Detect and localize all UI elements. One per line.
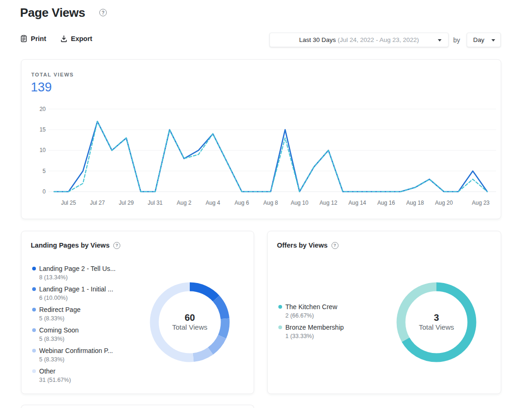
page-title-help-icon[interactable]: ? xyxy=(99,9,107,16)
svg-text:5: 5 xyxy=(42,168,46,174)
filters: Last 30 Days (Jul 24, 2022 - Aug 23, 202… xyxy=(269,33,501,47)
export-button[interactable]: Export xyxy=(60,35,92,42)
legend-label: Landing Page 1 - Initial ... xyxy=(39,284,113,294)
donut-center-label: Total Views xyxy=(419,323,454,332)
total-views-card: TOTAL VIEWS 139 05101520Jul 25Jul 27Jul … xyxy=(21,59,501,219)
legend-value: 2 (66.67%) xyxy=(285,311,337,320)
svg-text:20: 20 xyxy=(40,106,46,112)
legend-value: 5 (8.33%) xyxy=(39,355,113,364)
next-card-edge xyxy=(21,405,254,408)
svg-text:Aug 8: Aug 8 xyxy=(263,200,278,206)
legend-item: Landing Page 1 - Initial ... 6 (10.00%) xyxy=(32,284,146,304)
page-views-dashboard: Page Views ? Print Export xyxy=(0,0,532,408)
legend-dot xyxy=(32,287,36,291)
svg-text:Aug 2: Aug 2 xyxy=(177,200,192,206)
print-icon xyxy=(20,35,28,42)
legend-item: The Kitchen Crew 2 (66.67%) xyxy=(278,302,393,321)
offers-help-icon[interactable]: ? xyxy=(332,242,339,249)
legend-value: 5 (8.33%) xyxy=(39,335,79,343)
legend-label: Redirect Page xyxy=(39,305,81,314)
legend-label: Coming Soon xyxy=(39,325,79,335)
legend-dot xyxy=(32,267,36,270)
legend-item: Redirect Page 5 (8.33%) xyxy=(32,305,146,324)
download-icon xyxy=(60,35,68,42)
svg-text:0: 0 xyxy=(42,188,46,195)
page-title: Page Views xyxy=(20,6,85,20)
landing-pages-legend: Landing Page 2 - Tell Us... 8 (13.34%) L… xyxy=(32,264,146,387)
print-button-label: Print xyxy=(31,35,46,42)
svg-text:Aug 23: Aug 23 xyxy=(472,200,490,206)
offers-card: Offers by Views ? The Kitchen Crew 2 (66… xyxy=(267,231,501,394)
legend-label: Landing Page 2 - Tell Us... xyxy=(39,264,116,273)
legend-dot xyxy=(32,308,36,311)
legend-label: Webinar Confirmation P... xyxy=(39,346,113,355)
date-range-select[interactable]: Last 30 Days (Jul 24, 2022 - Aug 23, 202… xyxy=(269,33,449,47)
interval-select[interactable]: Day xyxy=(467,33,501,47)
interval-value: Day xyxy=(473,36,484,43)
legend-item: Landing Page 2 - Tell Us... 8 (13.34%) xyxy=(32,264,146,283)
legend-value: 5 (8.33%) xyxy=(39,314,81,323)
legend-value: 1 (33.33%) xyxy=(285,332,344,340)
print-button[interactable]: Print xyxy=(20,35,46,42)
svg-text:10: 10 xyxy=(40,147,46,153)
date-range-primary: Last 30 Days xyxy=(299,36,336,43)
landing-pages-donut-chart: 60 Total Views xyxy=(145,277,235,367)
svg-text:Aug 6: Aug 6 xyxy=(235,200,249,206)
chevron-down-icon xyxy=(438,39,442,41)
svg-text:Aug 20: Aug 20 xyxy=(435,200,453,206)
landing-pages-help-icon[interactable]: ? xyxy=(113,242,120,249)
legend-item: Coming Soon 5 (8.33%) xyxy=(32,325,146,345)
donut-center-value: 60 xyxy=(185,312,195,323)
offers-title: Offers by Views xyxy=(277,242,328,249)
svg-text:Aug 4: Aug 4 xyxy=(206,200,221,206)
landing-pages-title: Landing Pages by Views xyxy=(31,242,110,249)
toolbar: Print Export xyxy=(20,35,92,42)
by-label: by xyxy=(453,36,460,44)
legend-dot xyxy=(278,305,282,309)
total-views-label: TOTAL VIEWS xyxy=(31,72,74,77)
offers-donut-chart: 3 Total Views xyxy=(392,277,481,367)
date-range-secondary: (Jul 24, 2022 - Aug 23, 2022) xyxy=(338,36,419,43)
svg-text:Jul 31: Jul 31 xyxy=(148,200,163,206)
export-button-label: Export xyxy=(71,35,92,42)
legend-dot xyxy=(278,325,282,329)
legend-label: The Kitchen Crew xyxy=(285,302,337,311)
svg-text:Jul 27: Jul 27 xyxy=(90,200,105,206)
legend-dot xyxy=(32,349,36,353)
chevron-down-icon xyxy=(491,39,495,41)
svg-text:Aug 10: Aug 10 xyxy=(290,200,308,206)
legend-label: Bronze Membership xyxy=(285,323,344,332)
svg-text:Aug 18: Aug 18 xyxy=(406,200,424,206)
landing-pages-card: Landing Pages by Views ? Landing Page 2 … xyxy=(21,231,254,394)
svg-text:Aug 16: Aug 16 xyxy=(377,200,395,206)
legend-value: 8 (13.34%) xyxy=(39,273,116,282)
legend-dot xyxy=(32,328,36,332)
legend-item: Bronze Membership 1 (33.33%) xyxy=(278,323,393,342)
legend-dot xyxy=(32,369,36,373)
svg-text:Jul 25: Jul 25 xyxy=(61,200,76,206)
svg-text:Aug 14: Aug 14 xyxy=(348,200,366,206)
svg-text:Aug 12: Aug 12 xyxy=(319,200,337,206)
legend-value: 31 (51.67%) xyxy=(39,376,71,384)
offers-legend: The Kitchen Crew 2 (66.67%) Bronze Membe… xyxy=(278,302,393,343)
page-views-line-chart: 05101520Jul 25Jul 27Jul 29Jul 31Aug 2Aug… xyxy=(21,104,502,217)
legend-value: 6 (10.00%) xyxy=(39,294,113,302)
legend-label: Other xyxy=(39,367,71,376)
svg-text:Jul 29: Jul 29 xyxy=(119,200,134,206)
total-views-value: 139 xyxy=(31,80,52,95)
donut-center-value: 3 xyxy=(434,312,439,323)
legend-item: Other 31 (51.67%) xyxy=(32,367,146,386)
legend-item: Webinar Confirmation P... 5 (8.33%) xyxy=(32,346,146,365)
svg-text:15: 15 xyxy=(40,126,46,133)
donut-center-label: Total Views xyxy=(172,323,207,332)
